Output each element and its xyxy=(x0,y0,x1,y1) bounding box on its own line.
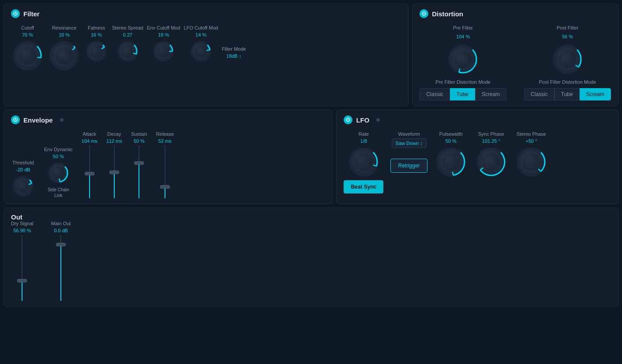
sustain-value: 50 % xyxy=(134,138,145,144)
stereo-spread-group: Stereo Spread 0.27 xyxy=(112,25,143,63)
threshold-knob[interactable] xyxy=(11,174,35,198)
sync-phase-knob[interactable] xyxy=(475,145,508,178)
filter-knobs-row: Cutoff 70 % Resonance 10 % Fatness xyxy=(11,25,401,72)
release-group: Release 52 ms xyxy=(156,131,174,198)
post-filter-section: Post Filter 56 % Post Filter Distortion … xyxy=(524,25,611,100)
lfo-controls: Rate 1/8 Beat Sync Waveform Saw Down ↕ R… xyxy=(344,131,611,193)
sustain-group: Sustain 50 % xyxy=(131,131,147,198)
filter-power-button[interactable] xyxy=(11,9,20,18)
out-title: Out xyxy=(11,213,22,221)
post-filter-mode-buttons: Classic Tube Scream xyxy=(524,88,611,100)
stereo-phase-knob[interactable] xyxy=(515,145,548,178)
retrigger-button[interactable]: Retrigger xyxy=(390,159,427,173)
resonance-value: 10 % xyxy=(59,32,70,37)
distortion-title: Distortion xyxy=(432,10,463,18)
lfo-cutoff-mod-value: 14 % xyxy=(195,32,206,37)
filter-mode-value[interactable]: 18dB ↕ xyxy=(226,53,241,59)
env-dynamic-group: Env Dynamic 50 % Side Chain Link xyxy=(44,147,73,198)
pre-filter-value: 104 % xyxy=(456,34,470,39)
fatness-label: Fatness xyxy=(88,25,105,30)
cutoff-group: Cutoff 70 % xyxy=(11,25,44,72)
lfo-rate-label: Rate xyxy=(359,131,369,137)
lfo-pulsewidth-label: Pulsewidth xyxy=(439,131,463,137)
pre-scream-button[interactable]: Scream xyxy=(475,88,506,100)
release-slider[interactable] xyxy=(161,145,169,198)
waveform-value[interactable]: Saw Down ↕ xyxy=(392,138,427,148)
lfo-pulsewidth-value: 50 % xyxy=(446,138,457,144)
stereo-phase-group: Stereo Phase +50 ° xyxy=(515,131,548,178)
lfo-panel: LFO Rate 1/8 Beat Sync Waveform Saw Down… xyxy=(336,110,618,204)
post-filter-label: Post Filter xyxy=(557,25,579,30)
dry-signal-label: Dry Signal xyxy=(11,221,34,226)
pre-tube-button[interactable]: Tube xyxy=(450,88,475,100)
out-panel: Out Dry Signal 56.90 % Main Out 0.0 dB xyxy=(4,208,618,307)
main-out-label: Main Out xyxy=(51,221,71,226)
fatness-knob[interactable] xyxy=(84,39,109,63)
cutoff-knob[interactable] xyxy=(11,39,44,72)
attack-value: 104 ms xyxy=(82,138,97,144)
stereo-spread-knob[interactable] xyxy=(116,39,140,63)
lfo-rate-knob[interactable] xyxy=(347,145,380,178)
main-out-slider[interactable] xyxy=(56,235,65,301)
envelope-controls: Threshold -20 dB Env Dynamic 50 % Side C… xyxy=(11,131,325,198)
waveform-label: Waveform xyxy=(398,131,420,137)
lfo-pulsewidth-knob[interactable] xyxy=(435,145,468,178)
filter-mode-label: Filter Mode xyxy=(222,46,246,52)
distortion-power-button[interactable] xyxy=(420,9,428,18)
pre-filter-label: Pre Filter xyxy=(453,25,473,30)
sync-phase-label: Sync Phase xyxy=(478,131,504,137)
threshold-label: Threshold xyxy=(12,160,34,165)
main-out-value: 0.0 dB xyxy=(54,228,68,233)
dry-signal-value: 56.90 % xyxy=(13,228,31,233)
post-tube-button[interactable]: Tube xyxy=(555,88,580,100)
envelope-power-button[interactable] xyxy=(11,115,20,124)
envelope-header: Envelope xyxy=(11,115,325,124)
out-controls: Dry Signal 56.90 % Main Out 0.0 dB xyxy=(11,221,611,301)
resonance-group: Resonance 10 % xyxy=(48,25,81,72)
post-classic-button[interactable]: Classic xyxy=(524,88,555,100)
beat-sync-button[interactable]: Beat Sync xyxy=(344,180,383,193)
env-cutoff-mod-label: Env Cutoff Mod xyxy=(147,25,180,30)
pre-filter-section: Pre Filter 104 % Pre Filter Distortion M… xyxy=(420,25,506,100)
stereo-phase-value: +50 ° xyxy=(525,138,537,144)
env-dynamic-label: Env Dynamic xyxy=(44,147,73,152)
main-out-group: Main Out 0.0 dB xyxy=(51,221,71,301)
pre-classic-button[interactable]: Classic xyxy=(420,88,450,100)
envelope-panel: Envelope Threshold -20 dB Env Dynamic 50… xyxy=(4,110,333,204)
post-filter-knob[interactable] xyxy=(551,43,584,76)
envelope-title: Envelope xyxy=(23,116,53,124)
lfo-power-button[interactable] xyxy=(344,115,352,124)
resonance-label: Resonance xyxy=(52,25,77,30)
env-cutoff-mod-knob[interactable] xyxy=(151,39,176,63)
pre-filter-mode-label: Pre Filter Distortion Mode xyxy=(435,79,491,85)
lfo-cutoff-mod-knob[interactable] xyxy=(189,39,213,63)
pre-filter-knob[interactable] xyxy=(446,43,480,76)
release-value: 52 ms xyxy=(158,138,172,144)
filter-mode-group: Filter Mode 18dB ↕ xyxy=(222,46,246,59)
filter-header: Filter xyxy=(11,9,401,18)
filter-panel: Filter Cutoff 70 % Resonance 10 % xyxy=(4,4,408,106)
lfo-pulsewidth-group: Pulsewidth 50 % xyxy=(435,131,468,178)
post-scream-button[interactable]: Scream xyxy=(580,88,611,100)
env-dynamic-knob[interactable] xyxy=(46,161,71,185)
decay-group: Decay 112 ms xyxy=(106,131,122,198)
fatness-value: 16 % xyxy=(91,32,102,37)
distortion-panel: Distortion Pre Filter 104 % Pre Filter D… xyxy=(412,4,618,106)
resonance-knob[interactable] xyxy=(48,39,81,72)
sustain-slider[interactable] xyxy=(135,145,143,198)
decay-slider[interactable] xyxy=(110,145,119,198)
attack-group: Attack 104 ms xyxy=(82,131,97,198)
side-chain-label: Side Chain Link xyxy=(48,187,69,198)
lfo-indicator xyxy=(376,118,380,122)
lfo-cutoff-mod-label: LFO Cutoff Mod xyxy=(184,25,218,30)
dry-signal-slider[interactable] xyxy=(18,235,26,301)
env-cutoff-mod-group: Env Cutoff Mod 18 % xyxy=(147,25,180,63)
threshold-group: Threshold -20 dB xyxy=(11,160,35,198)
lfo-cutoff-mod-group: LFO Cutoff Mod 14 % xyxy=(184,25,218,63)
lfo-rate-value: 1/8 xyxy=(360,138,367,144)
stereo-phase-label: Stereo Phase xyxy=(517,131,546,137)
sustain-label: Sustain xyxy=(131,131,147,137)
sync-phase-group: Sync Phase 101.25 ° xyxy=(475,131,508,178)
attack-slider[interactable] xyxy=(85,145,94,198)
release-label: Release xyxy=(156,131,174,137)
